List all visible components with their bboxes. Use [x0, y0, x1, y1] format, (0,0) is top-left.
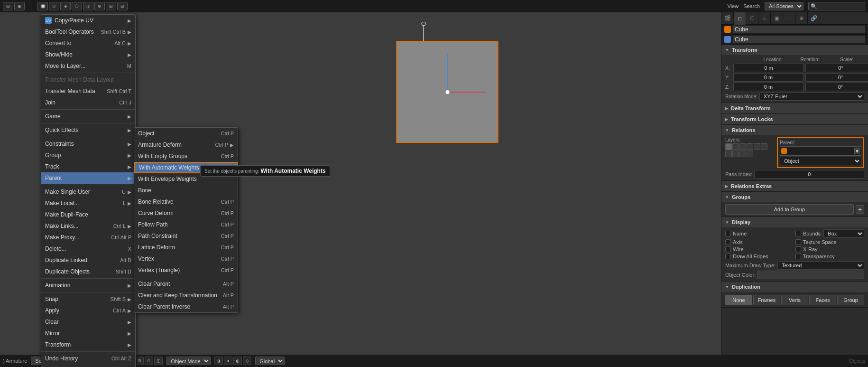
- layer-1[interactable]: [725, 143, 732, 150]
- parent-follow-path[interactable]: Follow Path Ctrl P: [134, 219, 238, 230]
- object-name-input[interactable]: [733, 26, 865, 33]
- viewport-shading-select[interactable]: Global: [255, 357, 285, 365]
- ctx-track[interactable]: Track ▶: [41, 161, 135, 172]
- section-display-header[interactable]: ▼ Display: [721, 217, 868, 227]
- ctx-transfer-layout[interactable]: Transfer Mesh Data Layout: [41, 74, 135, 85]
- layer-9[interactable]: [739, 151, 746, 157]
- loc-z-input[interactable]: [733, 83, 803, 91]
- ctx-copy-paste-uv[interactable]: UV Copy/Paste UV ▶: [41, 15, 135, 26]
- parent-bone-relative[interactable]: Bone Relative Ctrl P: [134, 196, 238, 207]
- parent-vertex[interactable]: Vertex Ctrl P: [134, 253, 238, 264]
- viewport-shading-1[interactable]: ◑: [214, 357, 223, 365]
- viewport-shading-4[interactable]: ◇: [243, 357, 251, 365]
- parent-input[interactable]: [788, 148, 853, 154]
- ctx-redo[interactable]: Redo Shift Ctrl Z: [41, 364, 135, 367]
- dup-tab-faces[interactable]: Faces: [809, 295, 836, 305]
- loc-y-input[interactable]: [733, 73, 803, 82]
- ctx-make-single-user[interactable]: Make Single User U ▶: [41, 186, 135, 198]
- viewport-icon-4[interactable]: ⊞: [135, 357, 144, 365]
- top-bar-editor-6[interactable]: ⊕: [94, 2, 105, 10]
- rot-z-input[interactable]: [805, 83, 868, 91]
- ctx-make-links[interactable]: Make Links... Ctrl L ▶: [41, 220, 135, 232]
- layer-7[interactable]: [725, 151, 732, 157]
- checkbox-draw-all-edges[interactable]: [725, 254, 731, 259]
- checkbox-wire[interactable]: [725, 246, 731, 252]
- rp-tab-constraints[interactable]: 🔗: [808, 12, 820, 25]
- rot-x-input[interactable]: [805, 64, 868, 72]
- bounds-type-select[interactable]: Box: [823, 229, 864, 238]
- section-groups-header[interactable]: ▼ Groups: [721, 192, 868, 202]
- pass-index-input[interactable]: [754, 170, 864, 179]
- ctx-join[interactable]: Join Ctrl J: [41, 97, 135, 108]
- parent-path-constraint[interactable]: Path Constraint Ctrl P: [134, 230, 238, 242]
- parent-clear-parent[interactable]: Clear Parent Alt P: [134, 278, 238, 290]
- rp-tab-mesh[interactable]: ⬡: [746, 12, 758, 25]
- dup-tab-frames[interactable]: Frames: [753, 295, 780, 305]
- ctx-delete[interactable]: Delete... X: [41, 243, 135, 254]
- section-relations-extras-header[interactable]: ▶ Relations Extras: [721, 181, 868, 191]
- max-draw-select[interactable]: Textured: [777, 261, 864, 270]
- top-bar-editor-7[interactable]: ⊞: [106, 2, 116, 10]
- ctx-convert-to[interactable]: Convert to Alt C ▶: [41, 38, 135, 49]
- rp-tab-physics[interactable]: ⊕: [795, 12, 808, 25]
- rp-tab-texture[interactable]: ▣: [771, 12, 783, 25]
- top-bar-editor-8[interactable]: ⊟: [117, 2, 128, 10]
- search-label[interactable]: Search: [743, 3, 760, 9]
- ctx-booltool[interactable]: BoolTool Operators Shift Ctrl B ▶: [41, 26, 135, 38]
- ctx-animation[interactable]: Animation ▶: [41, 280, 135, 291]
- checkbox-texture-space[interactable]: [795, 239, 801, 245]
- checkbox-axis[interactable]: [725, 239, 731, 245]
- ctx-clear[interactable]: Clear ▶: [41, 316, 135, 328]
- checkbox-xray[interactable]: [795, 246, 801, 252]
- dup-tab-group[interactable]: Group: [837, 295, 864, 305]
- viewport-icon-6[interactable]: ◫: [154, 357, 163, 365]
- parent-clear-parent-inverse[interactable]: Clear Parent Inverse Alt P: [134, 301, 238, 312]
- section-duplication-header[interactable]: ▼ Duplication: [721, 282, 868, 292]
- ctx-duplicate-objects[interactable]: Duplicate Objects Shift D: [41, 266, 135, 277]
- rp-tab-object[interactable]: □: [734, 12, 746, 25]
- parent-browse-btn[interactable]: ▼: [854, 148, 860, 154]
- rot-y-input[interactable]: [805, 73, 868, 82]
- ctx-parent[interactable]: Parent ▶: [41, 172, 135, 184]
- layer-3[interactable]: [739, 143, 746, 150]
- parent-object[interactable]: Object Ctrl P: [134, 128, 238, 139]
- data-name-input[interactable]: [733, 36, 865, 43]
- layer-6[interactable]: [761, 143, 767, 150]
- ctx-make-local[interactable]: Make Local... L ▶: [41, 198, 135, 209]
- parent-armature-deform[interactable]: Armature Deform Ctrl P ▶: [134, 139, 238, 151]
- top-bar-editor-5[interactable]: ◫: [83, 2, 93, 10]
- top-bar-editor-3[interactable]: ◈: [60, 2, 71, 10]
- parent-bone[interactable]: Bone: [134, 185, 238, 196]
- section-transform-locks-header[interactable]: ▶ Transform Locks: [721, 114, 868, 124]
- parent-with-empty-groups[interactable]: With Empty Groups Ctrl P: [134, 151, 238, 162]
- dup-tab-verts[interactable]: Verts: [781, 295, 808, 305]
- ctx-make-proxy[interactable]: Make Proxy... Ctrl Alt P: [41, 232, 135, 243]
- section-transform-header[interactable]: ▼ Transform: [721, 45, 868, 55]
- ctx-game[interactable]: Game ▶: [41, 111, 135, 122]
- layer-5[interactable]: [754, 143, 760, 150]
- checkbox-transparency[interactable]: [795, 254, 801, 259]
- ctx-make-dupli-face[interactable]: Make Dupli-Face: [41, 209, 135, 220]
- layer-2[interactable]: [732, 143, 739, 150]
- viewport-shading-3[interactable]: ◐: [233, 357, 242, 365]
- parent-type-select[interactable]: Object: [780, 157, 861, 165]
- object-color-picker[interactable]: [757, 271, 864, 279]
- top-bar-icon-1[interactable]: ⊞: [3, 2, 13, 10]
- top-bar-editor-2[interactable]: ⊙: [49, 2, 59, 10]
- top-bar-icon-2[interactable]: ◉: [14, 2, 25, 10]
- top-bar-editor-4[interactable]: ⬡: [72, 2, 82, 10]
- parent-curve-deform[interactable]: Curve Deform Ctrl P: [134, 207, 238, 219]
- search-input[interactable]: [808, 2, 865, 10]
- add-to-group-btn[interactable]: Add to Group: [725, 204, 854, 215]
- viewport-icon-5[interactable]: ⊙: [145, 357, 153, 365]
- ctx-move-to-layer[interactable]: Move to Layer... M: [41, 60, 135, 72]
- object-mode-select[interactable]: Object Mode: [166, 357, 211, 365]
- layer-8[interactable]: [732, 151, 739, 157]
- top-bar-editor-1[interactable]: 🔲: [37, 2, 48, 10]
- parent-lattice-deform[interactable]: Lattice Deform Ctrl P: [134, 242, 238, 253]
- scenes-select[interactable]: All Scenes: [765, 2, 803, 10]
- ctx-transform[interactable]: Transform ▶: [41, 339, 135, 350]
- rp-tab-particles[interactable]: ∴: [783, 12, 795, 25]
- ctx-quick-effects[interactable]: Quick Effects ▶: [41, 124, 135, 136]
- ctx-show-hide[interactable]: Show/Hide ▶: [41, 49, 135, 60]
